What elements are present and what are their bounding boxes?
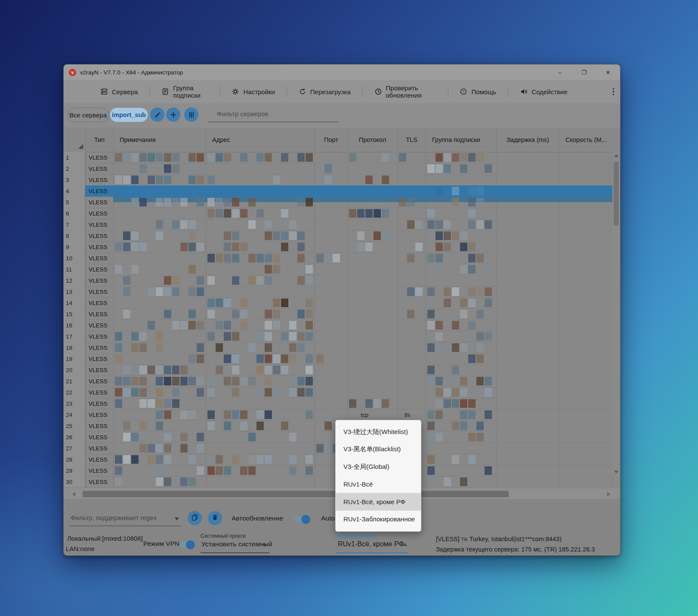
gridline — [113, 152, 114, 487]
vpn-mode-toggle[interactable] — [179, 542, 194, 548]
dropdown-item[interactable]: V3-黑名单(Blacklist) — [336, 441, 421, 459]
close-button[interactable]: ✕ — [596, 65, 620, 80]
server-filter-input[interactable]: Фильтр серверов — [208, 107, 338, 122]
table-row[interactable]: 10VLESS — [64, 253, 612, 264]
table-row[interactable]: 12VLESS — [64, 275, 612, 286]
table-row[interactable]: 19VLESS — [64, 353, 612, 365]
redacted-cell-block — [452, 399, 459, 408]
table-row[interactable]: 8VLESS — [64, 230, 612, 242]
redacted-cell-block — [207, 153, 215, 162]
menu-settings[interactable]: Настройки — [220, 84, 287, 99]
header-speed[interactable]: Скорость (M... — [559, 128, 612, 152]
table-row[interactable]: 17VLESS — [64, 331, 612, 342]
redacted-cell-block — [216, 455, 223, 464]
edit-subscription-button[interactable] — [150, 108, 164, 122]
table-row[interactable]: 20VLESS — [64, 364, 612, 376]
table-row[interactable]: 21VLESS — [64, 376, 612, 387]
redacted-cell-block — [256, 455, 264, 464]
dropdown-item[interactable]: V3-绕过大陆(Whitelist) — [336, 423, 421, 441]
redacted-cell-block — [435, 399, 443, 408]
header-delay[interactable]: Задержка (ms) — [496, 128, 559, 152]
table-row[interactable]: 24VLESStcptls — [64, 409, 612, 421]
header-subscription[interactable]: Группа подписки — [426, 128, 496, 152]
menu-servers[interactable]: Сервера — [89, 84, 149, 99]
table-row[interactable]: 4VLESS — [64, 185, 612, 197]
tab-import-sub[interactable]: import_sub — [110, 108, 148, 122]
menu-check-updates[interactable]: Проверить обновления — [363, 84, 448, 99]
redacted-cell-block — [468, 209, 476, 218]
header-remarks[interactable]: Примечания — [113, 128, 206, 152]
menu-help[interactable]: ? Помощь — [448, 84, 508, 99]
redacted-cell-block — [197, 377, 204, 385]
tab-all-servers[interactable]: Все сервера — [67, 108, 109, 122]
redacted-cell-block — [164, 399, 171, 408]
menu-subscription-group[interactable]: Группа подписки — [150, 84, 220, 99]
table-row[interactable]: 1VLESS — [64, 152, 612, 163]
redacted-cell-block — [224, 422, 231, 430]
vertical-scrollbar[interactable] — [612, 152, 620, 479]
menu-donate[interactable]: Содействие — [508, 84, 579, 99]
scroll-left-icon[interactable] — [70, 492, 77, 496]
header-protocol[interactable]: Протокол — [347, 128, 397, 152]
more-menu-icon[interactable] — [607, 88, 621, 95]
table-row[interactable]: 13VLESS — [64, 286, 612, 298]
add-subscription-button[interactable] — [166, 108, 180, 122]
vertical-scrollbar-thumb[interactable] — [614, 161, 619, 226]
redacted-cell-block — [240, 243, 247, 251]
server-filter-placeholder: Фильтр серверов — [217, 110, 269, 117]
redacted-cell-block — [197, 321, 204, 330]
sysproxy-combo[interactable]: Установить системный — [201, 540, 272, 548]
chevron-up-icon[interactable] — [403, 543, 407, 546]
dropdown-item[interactable]: RUv1-Всё — [336, 476, 421, 493]
dropdown-item[interactable]: V3-全局(Global) — [336, 458, 421, 476]
table-row[interactable]: 7VLESS — [64, 219, 612, 231]
dropdown-item[interactable]: RUv1-Заблокированное — [336, 511, 421, 528]
copy-button[interactable] — [188, 511, 202, 525]
delete-button[interactable] — [208, 511, 222, 525]
header-tls[interactable]: TLS — [397, 128, 426, 152]
title-bar[interactable]: v v2rayN - V7.7.0 - X64 - Администратор … — [64, 65, 620, 80]
redacted-cell-block — [148, 455, 155, 464]
redacted-cell-block — [115, 243, 122, 251]
header-type[interactable]: Тип — [85, 128, 113, 152]
table-row[interactable]: 3VLESS — [64, 174, 612, 186]
minimize-button[interactable]: – — [548, 65, 572, 80]
redacted-cell-block — [306, 377, 313, 385]
table-row[interactable]: 14VLESS — [64, 297, 612, 309]
autoupdate-toggle[interactable] — [294, 516, 309, 522]
table-row[interactable]: 15VLESS — [64, 308, 612, 320]
redacted-cell-block — [115, 466, 122, 475]
menu-reload[interactable]: Перезагрузка — [287, 84, 362, 99]
redacted-cell-block — [452, 321, 459, 330]
redacted-cell-block — [156, 444, 163, 453]
scroll-right-icon[interactable] — [605, 492, 612, 496]
redacted-cell-block — [232, 231, 239, 240]
header-address[interactable]: Адрес — [206, 128, 315, 152]
scroll-down-icon[interactable] — [612, 468, 620, 475]
table-row[interactable]: 9VLESS — [64, 241, 612, 253]
header-select-all[interactable] — [64, 128, 85, 152]
redacted-cell-block — [123, 422, 130, 430]
regex-filter-combo[interactable]: Фильтр, поддерживает regex — [70, 512, 181, 525]
chevron-down-icon[interactable] — [263, 544, 267, 547]
table-row[interactable]: 2VLESS — [64, 163, 612, 175]
table-row[interactable]: 11VLESS — [64, 264, 612, 275]
redacted-cell-block — [232, 276, 239, 285]
table-row[interactable]: 6VLESS — [64, 208, 612, 219]
row-type: VLESS — [85, 376, 113, 387]
local-listen-label: Локальный:[mixed:10808] — [67, 535, 143, 542]
header-port[interactable]: Порт — [315, 128, 347, 152]
speaker-icon — [520, 88, 528, 95]
maximize-button[interactable]: ❐ — [572, 65, 596, 80]
table-row[interactable]: 16VLESS — [64, 320, 612, 331]
routing-combo[interactable]: RUv1-Всё, кроме РФ — [338, 540, 404, 548]
redacted-cell-block — [216, 299, 223, 307]
horizontal-scrollbar-thumb[interactable] — [83, 491, 509, 497]
dropdown-item[interactable]: RUv1-Всё, кроме РФ — [336, 493, 421, 511]
table-row[interactable]: 18VLESS — [64, 342, 612, 354]
table-row[interactable]: 23VLESS — [64, 398, 612, 410]
advanced-filter-button[interactable] — [184, 108, 198, 122]
table-row[interactable]: 22VLESS — [64, 387, 612, 398]
scroll-up-icon[interactable] — [612, 152, 620, 159]
redacted-cell-block — [148, 366, 155, 374]
